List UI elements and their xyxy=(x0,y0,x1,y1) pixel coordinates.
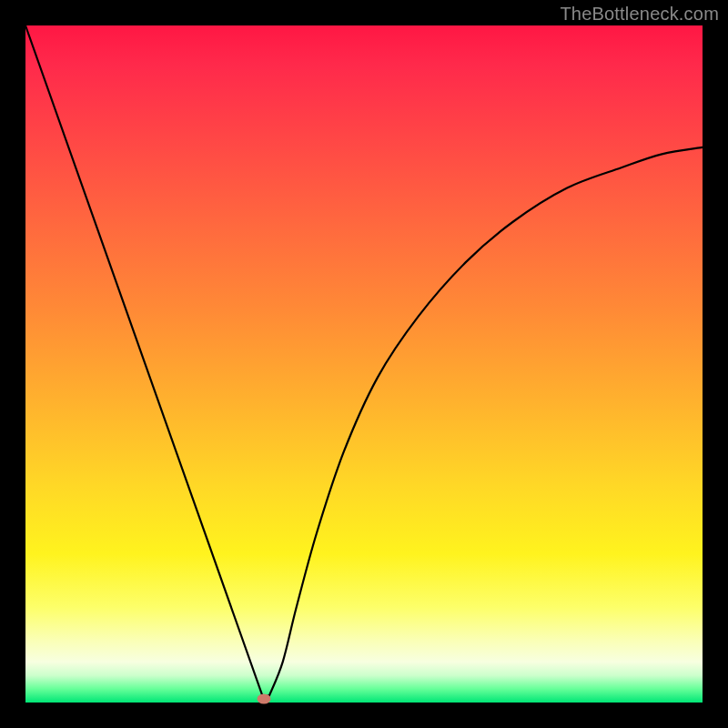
bottleneck-curve xyxy=(25,25,703,703)
watermark-text: TheBottleneck.com xyxy=(560,4,719,25)
chart-frame: TheBottleneck.com xyxy=(0,0,728,728)
chart-plot-area xyxy=(25,25,703,703)
optimum-marker xyxy=(257,693,270,703)
